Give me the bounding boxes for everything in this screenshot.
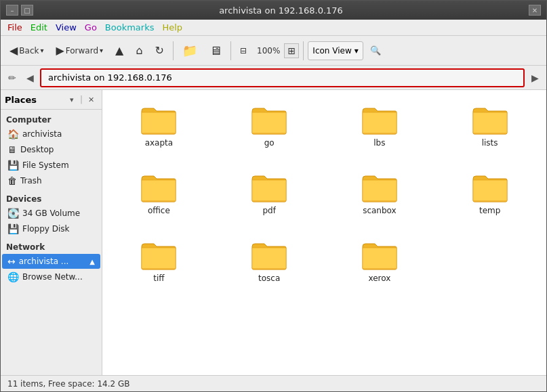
file-label: axapta [145,138,173,148]
toolbar-separator-2 [230,41,231,60]
sidebar-browse-network-label: Browse Netw... [22,272,83,282]
sidebar-archivista-net-label: archivista ... [19,257,69,266]
trash-sidebar-icon: 🗑 [7,175,17,186]
folder-icon [361,171,398,203]
close-controls: ✕ [529,5,541,16]
back-button[interactable]: ◀ Back ▾ [5,41,48,60]
sidebar-item-trash[interactable]: 🗑 Trash [2,173,100,188]
minimize-view-icon: ⊟ [240,46,247,56]
back-label: Back [19,46,39,56]
search-button[interactable]: 🔍 [366,41,385,60]
sidebar-desktop-label: Desktop [20,145,54,154]
file-label: tiff [153,274,164,283]
toolbar-separator-1 [173,41,174,60]
folder-icon: 📁 [182,43,197,58]
file-item[interactable]: scanbox [330,165,430,221]
reload-icon: ↻ [155,44,164,57]
file-label: pdf [262,206,275,215]
section-computer: Computer [1,110,102,126]
desktop-sidebar-icon: 🖥 [7,144,17,155]
sidebar-item-desktop[interactable]: 🖥 Desktop [2,142,100,157]
status-bar: 11 items, Free space: 14.2 GB [1,375,546,391]
menu-go[interactable]: Go [81,21,101,34]
sidebar-item-archivista[interactable]: 🏠 archivista [2,127,100,141]
next-location-button[interactable]: ▶ [527,70,542,85]
reload-button[interactable]: ↻ [150,41,169,60]
forward-button[interactable]: ▶ Forward ▾ [51,41,108,60]
file-item[interactable]: office [109,165,209,221]
status-text: 11 items, Free space: 14.2 GB [7,379,129,389]
title-bar: – □ archivista on 192.168.0.176 ✕ [1,1,546,20]
forward-icon: ▶ [56,44,64,57]
view-mode-label: Icon View [312,46,351,56]
places-close-button[interactable]: ✕ [84,93,98,106]
menu-edit[interactable]: Edit [26,21,52,34]
monitor-icon: 🖥 [209,43,222,58]
menu-bar: File Edit View Go Bookmarks Help [1,20,546,36]
up-icon: ▲ [115,44,123,57]
window-title: archivista on 192.168.0.176 [33,5,529,16]
monitor-button[interactable]: 🖥 [205,40,226,61]
menu-view[interactable]: View [52,21,81,34]
zoom-value: 100% [254,45,283,57]
section-network: Network [1,237,102,253]
sidebar-item-archivista-net[interactable]: ↔ archivista ... ▲ [2,254,100,269]
folder-icon [140,103,177,135]
address-bar: ✏ ◀ archivista on 192.168.0.176 ▶ [1,66,546,90]
file-grid: axapta go lbs lists office [109,97,540,289]
places-dropdown-button[interactable]: ▾ [65,93,79,106]
folder-icon [140,171,177,203]
file-item[interactable]: temp [440,165,540,221]
folder-icon [251,171,287,203]
folder-icon [472,171,508,203]
sidebar-item-browse-network[interactable]: 🌐 Browse Netw... [2,269,100,284]
minimize-view-button[interactable]: ⊟ [235,43,251,59]
edit-location-button[interactable]: ✏ [5,70,20,85]
file-item[interactable]: go [220,97,319,154]
file-view: axapta go lbs lists office [102,90,546,375]
file-item[interactable]: pdf [220,165,319,221]
home-button[interactable]: ⌂ [131,41,147,60]
filesystem-sidebar-icon: 💾 [7,160,19,171]
file-label: tosca [258,274,280,283]
forward-dropdown-icon: ▾ [100,47,103,54]
file-item[interactable]: lbs [330,97,430,154]
sidebar-item-volume[interactable]: 💽 34 GB Volume [2,206,100,221]
network-archivista-icon: ↔ [7,256,16,267]
file-item[interactable]: xerox [330,232,430,289]
sidebar-trash-label: Trash [20,176,42,186]
file-item[interactable]: tosca [220,232,319,289]
file-label: office [148,206,170,215]
main-window: – □ archivista on 192.168.0.176 ✕ File E… [0,0,547,392]
sidebar-item-filesystem[interactable]: 💾 File System [2,158,100,173]
new-folder-button[interactable]: 📁 [178,40,202,61]
browse-network-icon: 🌐 [7,271,19,282]
menu-bookmarks[interactable]: Bookmarks [101,21,159,34]
location-text: archivista on 192.168.0.176 [48,72,172,83]
file-item[interactable]: axapta [109,97,209,154]
up-button[interactable]: ▲ [110,41,128,60]
folder-icon [361,238,398,271]
prev-location-button[interactable]: ◀ [22,70,37,85]
main-area: Places ▾ | ✕ Computer 🏠 archivista 🖥 Des… [1,90,546,375]
menu-file[interactable]: File [3,21,26,34]
file-item[interactable]: tiff [109,232,209,289]
view-mode-dropdown-icon: ▾ [354,46,359,56]
location-display[interactable]: archivista on 192.168.0.176 [40,68,525,87]
zoom-expand-button[interactable]: ⊞ [284,43,299,58]
folder-icon [472,103,508,135]
floppy-sidebar-icon: 💾 [7,223,19,234]
sidebar: Places ▾ | ✕ Computer 🏠 archivista 🖥 Des… [1,90,102,375]
view-mode-dropdown[interactable]: Icon View ▾ [308,41,363,60]
home-sidebar-icon: 🏠 [7,129,19,139]
sidebar-item-floppy[interactable]: 💾 Floppy Disk [2,221,100,236]
maximize-button[interactable]: □ [21,5,33,16]
menu-help[interactable]: Help [158,21,186,34]
close-button[interactable]: ✕ [529,5,541,16]
file-label: temp [479,206,500,215]
file-item[interactable]: lists [440,97,540,154]
file-label: scanbox [363,206,397,215]
zoom-control: 100% ⊞ [254,43,299,58]
sidebar-floppy-label: Floppy Disk [22,224,70,234]
minimize-button[interactable]: – [6,5,18,16]
